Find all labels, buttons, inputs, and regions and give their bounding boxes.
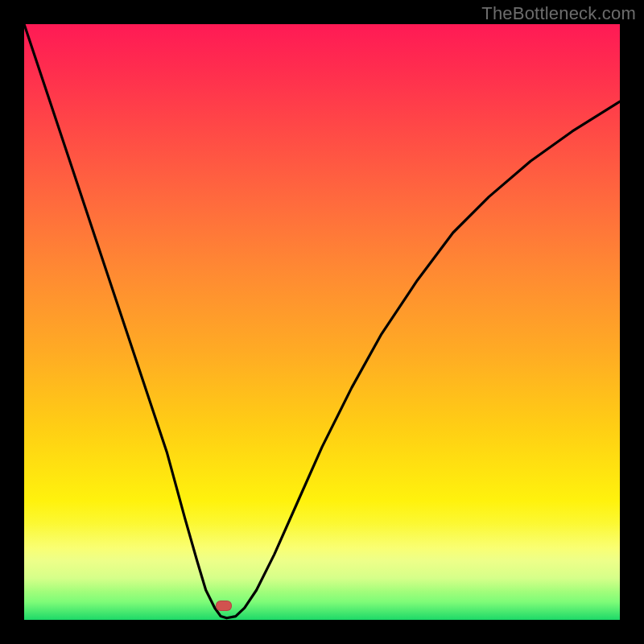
bottleneck-curve <box>24 24 620 620</box>
plot-area <box>24 24 620 620</box>
min-point-marker <box>216 601 232 611</box>
chart-stage: TheBottleneck.com <box>0 0 644 644</box>
watermark-text: TheBottleneck.com <box>481 3 636 24</box>
